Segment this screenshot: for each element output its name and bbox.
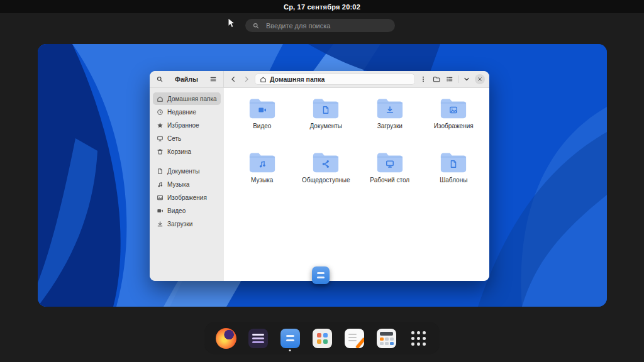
folder-videos[interactable]: Видео [232,97,292,151]
current-path: Домашняя папка [270,75,325,83]
top-bar: Ср, 17 сентября 20:02 [0,0,644,13]
share-icon [321,159,331,168]
sidebar-item-recent[interactable]: Недавние [153,106,221,118]
sidebar-item-label: Загрузки [167,221,192,228]
chevron-right-icon [243,75,250,83]
app-title: Файлы [175,75,198,83]
home-icon [157,96,164,102]
folder-label: Рабочий стол [370,177,409,184]
search-input[interactable] [265,21,388,30]
text-editor-icon [345,329,364,348]
desktop-icon [385,159,394,168]
sidebar-item-label: Сеть [167,135,181,142]
video-icon [157,207,164,214]
hamburger-menu-button[interactable] [208,74,218,84]
files-window[interactable]: Файлы Домашняя папка [150,71,489,281]
sidebar-separator [153,158,221,164]
new-tab-button[interactable] [431,74,441,84]
sidebar-item-trash[interactable]: Корзина [153,145,221,158]
image-icon [449,105,458,114]
sidebar-item-label: Домашняя папка [167,96,217,102]
mouse-cursor [228,18,236,29]
folder-label: Общедоступные [302,177,350,184]
chevron-left-icon [230,75,237,83]
dock-item-text-editor[interactable] [342,324,366,352]
sidebar-item-label: Недавние [167,109,196,116]
download-icon [385,105,394,114]
sidebar-item-music[interactable]: Музыка [153,178,221,190]
workspace-thumbnail[interactable]: Файлы Домашняя папка [38,44,607,307]
folder-downloads[interactable]: Загрузки [360,97,420,151]
dock [204,322,440,354]
dock-item-software[interactable] [310,324,334,352]
search-icon [252,22,260,30]
sidebar-item-label: Музыка [167,181,189,188]
image-icon [157,194,164,201]
sidebar-item-network[interactable]: Сеть [153,132,221,145]
home-icon [260,76,267,83]
folder-templates[interactable]: Шаблоны [423,151,484,205]
trash-icon [157,148,164,155]
folder-label: Загрузки [377,123,402,130]
folder-desktop[interactable]: Рабочий стол [360,151,420,205]
divider [458,75,458,83]
close-button[interactable] [475,74,485,84]
folder-pictures[interactable]: Изображения [423,97,484,151]
calendar-icon [248,329,268,348]
calculator-icon [377,329,396,348]
chevron-down-icon [463,75,470,83]
main-header: Домашняя папка [224,71,489,87]
folder-music[interactable]: Музыка [232,151,292,205]
forward-button[interactable] [242,74,252,84]
folder-label: Музыка [251,177,273,184]
download-icon [157,221,164,228]
folder-label: Видео [253,123,271,130]
music-icon [257,159,267,168]
back-button[interactable] [228,74,238,84]
sidebar-item-label: Корзина [167,148,191,155]
star-icon [157,122,164,129]
files-app-icon[interactable] [312,266,330,284]
firefox-icon [216,328,236,349]
sidebar-item-label: Видео [167,207,186,214]
kebab-icon [419,75,427,83]
kebab-menu-button[interactable] [418,74,428,84]
network-icon [157,135,164,142]
software-icon [313,329,332,348]
folder-public[interactable]: Общедоступные [296,151,356,205]
dock-item-app-grid[interactable] [406,324,430,352]
app-grid-icon [409,329,428,348]
dock-item-firefox[interactable] [214,324,238,352]
path-bar[interactable]: Домашняя папка [255,74,415,85]
folder-icon [433,75,440,83]
clock-icon [157,109,164,116]
search-field[interactable] [245,19,395,32]
hamburger-icon [209,75,217,83]
view-options-button[interactable] [462,74,472,84]
sidebar-item-pictures[interactable]: Изображения [153,191,221,204]
sidebar-item-starred[interactable]: Избранное [153,119,221,131]
sidebar-item-downloads[interactable]: Загрузки [153,217,221,230]
dock-item-calculator[interactable] [374,324,398,352]
headerbar: Файлы Домашняя папка [150,71,489,88]
list-view-icon [446,75,453,83]
document-icon [157,168,164,175]
dock-item-files[interactable] [278,324,302,352]
dock-item-calendar[interactable] [246,324,270,352]
magnifier-icon [156,75,164,83]
clock[interactable]: Ср, 17 сентября 20:02 [284,3,360,11]
document-icon [321,105,331,114]
sidebar-item-home[interactable]: Домашняя папка [153,92,221,105]
folder-label: Изображения [434,123,474,130]
video-icon [257,105,267,114]
files-icon [280,329,300,348]
sidebar-item-documents[interactable]: Документы [153,165,221,177]
folder-documents[interactable]: Документы [296,97,356,151]
view-toggle-button[interactable] [445,74,455,84]
sidebar-item-label: Избранное [167,122,199,129]
sidebar-item-label: Изображения [167,194,207,201]
sidebar-item-label: Документы [167,168,200,175]
window-body: Домашняя папка Недавние Избранное Сеть [150,88,489,281]
search-toggle-button[interactable] [155,74,165,84]
sidebar-item-videos[interactable]: Видео [153,204,221,217]
